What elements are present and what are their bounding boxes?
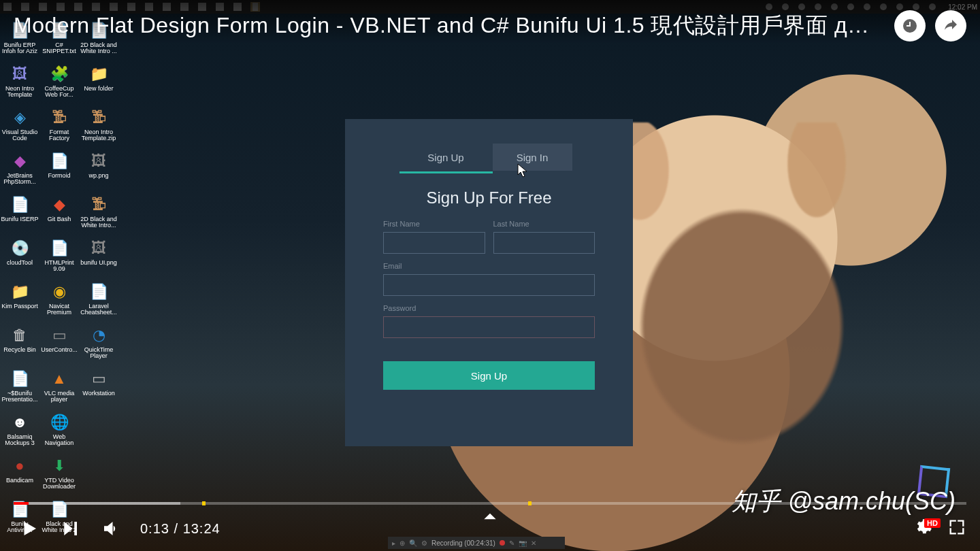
ad-marker <box>528 501 532 505</box>
progress-played <box>14 502 29 505</box>
desktop-icon[interactable]: 🗜Format Factory <box>39 105 79 148</box>
tab-signin[interactable]: Sign In <box>493 144 572 171</box>
desktop-icon[interactable]: 🌐Web Navigation <box>39 410 79 453</box>
desktop-icon-label: Format Factory <box>40 129 78 142</box>
email-input[interactable] <box>383 274 595 296</box>
email-label: Email <box>383 262 595 270</box>
signup-form-card: Sign Up Sign In Sign Up For Free First N… <box>345 119 633 446</box>
volume-button[interactable] <box>95 513 127 544</box>
desktop-icon-label: Git Bash <box>48 216 71 222</box>
desktop-icon-label: YTD Video Downloader <box>40 478 78 490</box>
desktop-icon[interactable]: 📄Bunifu ISERP <box>0 192 39 235</box>
desktop-icon-label: HTMLPrint 9.09 <box>40 260 78 273</box>
player-title-bar: Modern Flat Design Form Login - VB.NET a… <box>0 0 980 44</box>
watch-later-button[interactable] <box>894 10 926 41</box>
volume-icon <box>101 518 121 539</box>
next-button[interactable] <box>54 513 86 544</box>
desktop-icon-label: Visual Studio Code <box>1 129 39 142</box>
tab-signup[interactable]: Sign Up <box>406 144 486 171</box>
desktop-icon-label: Neon Intro Template <box>1 86 39 99</box>
password-input[interactable] <box>383 316 595 338</box>
desktop-icon[interactable]: 🧩CoffeeCup Web For... <box>39 61 79 105</box>
clock-icon <box>902 18 918 34</box>
last-name-label: Last Name <box>493 220 595 228</box>
desktop-icon[interactable]: ⬇YTD Video Downloader <box>39 453 79 497</box>
hd-badge: HD <box>924 518 941 528</box>
desktop-icon-label: wp.png <box>88 173 108 179</box>
video-stage: 12:02 PM Modern Flat Design Form Login -… <box>0 0 980 551</box>
desktop-icons: 📄Bunifu ERP Infoh for Aziz📄C# SNIPPET.tx… <box>0 18 122 540</box>
desktop-icon[interactable]: 🗜2D Black and White Intro... <box>79 192 118 235</box>
desktop-icon[interactable]: ▲VLC media player <box>39 366 79 410</box>
desktop-icon-label: Bunifu ERP Infoh for Aziz <box>1 42 39 55</box>
current-time: 0:13 <box>140 521 169 536</box>
share-arrow-icon <box>943 18 959 34</box>
desktop-icon-label: VLC media player <box>40 390 78 403</box>
last-name-input[interactable] <box>493 232 595 254</box>
time-display: 0:13 / 13:24 <box>140 521 220 537</box>
play-button[interactable] <box>14 513 45 544</box>
desktop-icon[interactable]: ◉Navicat Premium <box>39 279 79 322</box>
player-controls: 0:13 / 13:24 HD <box>0 502 980 551</box>
desktop-icon-label: Kim Passport <box>1 303 38 310</box>
desktop-icon-label: Navicat Premium <box>40 303 78 316</box>
desktop-icon-label: 2D Black and White Intro... <box>80 216 118 229</box>
desktop-icon-label: Neon Intro Template.zip <box>80 129 118 142</box>
desktop-icon[interactable]: ◈Visual Studio Code <box>0 105 39 148</box>
desktop-icon-label: Laravel Cheatsheet... <box>80 303 118 316</box>
desktop-icon-label: Workstation <box>82 390 114 397</box>
desktop-icon-label: C# SNIPPET.txt <box>40 42 78 55</box>
desktop-icon[interactable]: 📄Formoid <box>39 148 79 192</box>
desktop-icon-label: QuickTime Player <box>80 347 118 360</box>
desktop-icon[interactable]: ●Bandicam <box>0 453 39 497</box>
desktop-icon[interactable]: 📄HTMLPrint 9.09 <box>39 235 79 279</box>
desktop-icon[interactable]: ◆Git Bash <box>39 192 79 235</box>
first-name-input[interactable] <box>383 232 485 254</box>
mouse-cursor-icon <box>517 163 529 178</box>
desktop-icon-label: Recycle Bin <box>3 347 36 353</box>
desktop-icon-label: CoffeeCup Web For... <box>40 86 78 99</box>
progress-bar[interactable] <box>14 502 966 505</box>
desktop-icon[interactable]: 📄Laravel Cheatsheet... <box>79 279 118 322</box>
progress-buffered <box>14 502 180 505</box>
desktop-icon-label: 2D Black and White Intro ... <box>80 42 118 55</box>
desktop-icon[interactable]: ◔QuickTime Player <box>79 322 118 366</box>
form-tabs: Sign Up Sign In <box>345 144 633 171</box>
desktop-icon[interactable]: 🖼wp.png <box>79 148 118 192</box>
desktop-icon-label: bunifu UI.png <box>80 260 117 266</box>
desktop-icon[interactable]: ▭Workstation <box>79 366 118 410</box>
desktop-icon-label: Bunifu ISERP <box>1 216 38 222</box>
play-icon <box>19 518 39 539</box>
desktop-icon-label: Balsamiq Mockups 3 <box>1 434 39 447</box>
password-label: Password <box>383 304 595 312</box>
desktop-icon-label: UserContro... <box>41 347 78 353</box>
video-title: Modern Flat Design Form Login - VB.NET a… <box>14 11 871 41</box>
theater-exit-icon <box>947 518 966 537</box>
desktop-icon-label: JetBrains PhpStorm... <box>1 173 39 186</box>
desktop-icon-label: ~$Bunifu Presentatio... <box>1 390 39 403</box>
desktop-icon[interactable]: 🗜Neon Intro Template.zip <box>79 105 118 148</box>
duration: 13:24 <box>183 521 220 536</box>
first-name-label: First Name <box>383 220 485 228</box>
signup-button[interactable]: Sign Up <box>383 361 595 390</box>
desktop-icon[interactable]: 📁Kim Passport <box>0 279 39 322</box>
desktop-icon-label: Formoid <box>48 173 70 179</box>
desktop-icon[interactable]: ◆JetBrains PhpStorm... <box>0 148 39 192</box>
desktop-icon-label: Bandicam <box>6 478 33 484</box>
desktop-icon[interactable]: ▭UserContro... <box>39 322 79 366</box>
desktop-icon-label: New folder <box>84 86 113 92</box>
theater-exit-button[interactable] <box>947 518 966 539</box>
desktop-icon[interactable]: 📁New folder <box>79 61 118 105</box>
desktop-icon[interactable]: 🖼Neon Intro Template <box>0 61 39 105</box>
desktop-icon[interactable]: ☻Balsamiq Mockups 3 <box>0 410 39 453</box>
form-heading: Sign Up For Free <box>345 188 633 207</box>
desktop-icon[interactable]: 💿cloudTool <box>0 235 39 279</box>
desktop-icon <box>79 410 118 453</box>
next-icon <box>60 518 80 539</box>
share-button[interactable] <box>935 10 966 41</box>
desktop-icon[interactable]: 📄~$Bunifu Presentatio... <box>0 366 39 410</box>
desktop-icon <box>79 453 118 497</box>
desktop-icon[interactable]: 🖼bunifu UI.png <box>79 235 118 279</box>
desktop-icon-label: Web Navigation <box>40 434 78 447</box>
desktop-icon[interactable]: 🗑Recycle Bin <box>0 322 39 366</box>
